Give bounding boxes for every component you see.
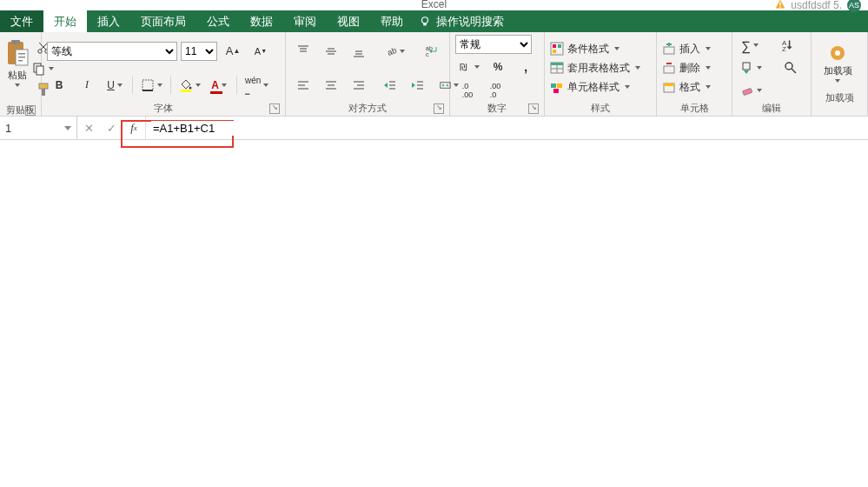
group-editing-label: 编辑 <box>762 103 781 113</box>
group-styles: 条件格式 套用表格格式 单元格样式 样式 <box>545 32 657 116</box>
svg-rect-1 <box>780 2 782 5</box>
delete-cells-button[interactable]: 删除 <box>662 59 726 77</box>
clipboard-launcher[interactable]: ↘ <box>25 105 36 116</box>
svg-rect-59 <box>558 44 561 48</box>
group-number-label: 数字 <box>487 103 507 113</box>
table-format-button[interactable]: 套用表格格式 <box>550 59 651 77</box>
app-title: Excel <box>421 0 447 10</box>
accounting-button[interactable]: ₪ <box>455 57 482 77</box>
tab-home[interactable]: 开始 <box>43 10 87 32</box>
fx-button[interactable]: fx <box>123 121 145 135</box>
align-top-icon <box>296 44 310 58</box>
format-cells-button[interactable]: 格式 <box>662 78 726 96</box>
ribbon-tabs: 文件 开始 插入 页面布局 公式 数据 审阅 视图 帮助 操作说明搜索 <box>0 10 868 32</box>
orientation-button[interactable]: ab <box>383 41 408 62</box>
name-box[interactable]: 1 <box>0 117 77 139</box>
align-center-button[interactable] <box>319 75 343 96</box>
svg-rect-2 <box>780 6 782 8</box>
decrease-indent-button[interactable] <box>378 75 402 96</box>
formula-input[interactable] <box>151 121 415 136</box>
ribbon: 粘贴 剪贴板↘ 等线 11 A▲ A▼ B I U <box>0 32 868 117</box>
cell-styles-button[interactable]: 单元格样式 <box>550 78 651 96</box>
indent-icon <box>411 78 425 92</box>
alignment-launcher[interactable]: ↘ <box>434 103 444 114</box>
user-name: usdfdsdf 5. <box>791 0 842 11</box>
italic-button[interactable]: I <box>75 75 99 96</box>
align-top-button[interactable] <box>291 41 315 62</box>
number-format-select[interactable]: 常规 <box>455 35 532 54</box>
outdent-icon <box>383 78 397 92</box>
svg-point-3 <box>422 17 428 23</box>
decrease-decimal-button[interactable]: .00.0 <box>483 80 507 101</box>
svg-marker-77 <box>786 40 792 49</box>
find-button[interactable] <box>779 57 803 78</box>
align-right-button[interactable] <box>347 75 371 96</box>
formula-bar: 1 ✕ ✓ fx <box>0 117 868 140</box>
group-editing: ∑ AZ 编辑 <box>732 32 812 116</box>
group-alignment-label: 对齐方式 <box>348 103 387 113</box>
sort-icon: AZ <box>781 38 795 52</box>
align-right-icon <box>352 78 366 92</box>
tab-review[interactable]: 审阅 <box>283 10 327 32</box>
font-name-select[interactable]: 等线 <box>47 42 177 61</box>
enter-formula-button[interactable]: ✓ <box>100 122 123 135</box>
fill-button[interactable] <box>738 57 765 78</box>
cell-styles-icon <box>550 80 564 94</box>
svg-marker-45 <box>384 83 388 88</box>
increase-indent-button[interactable] <box>406 75 430 96</box>
align-bottom-button[interactable] <box>347 41 371 62</box>
tab-formulas[interactable]: 公式 <box>196 10 240 32</box>
warning-icon <box>775 0 785 12</box>
cancel-formula-button[interactable]: ✕ <box>77 122 100 135</box>
tab-insert[interactable]: 插入 <box>87 10 130 32</box>
group-font-label: 字体 <box>154 103 173 113</box>
addins-button[interactable]: 加载项 <box>817 34 858 91</box>
align-left-button[interactable] <box>291 75 315 96</box>
avatar[interactable]: AS <box>847 0 861 12</box>
insert-cells-button[interactable]: 插入 <box>662 40 726 57</box>
cond-format-icon <box>550 42 564 56</box>
paste-button[interactable]: 粘贴 <box>5 34 30 91</box>
svg-point-84 <box>835 50 840 56</box>
tab-file[interactable]: 文件 <box>0 10 43 32</box>
svg-rect-10 <box>18 60 23 62</box>
svg-line-81 <box>792 69 796 73</box>
svg-rect-70 <box>666 43 672 45</box>
align-middle-button[interactable] <box>319 41 343 62</box>
lightbulb-icon <box>419 16 431 28</box>
font-color-button[interactable]: A <box>207 75 231 96</box>
autosum-button[interactable]: ∑ <box>738 35 762 56</box>
phonetic-button[interactable]: wén▁ <box>242 75 271 96</box>
border-button[interactable] <box>138 75 165 96</box>
font-launcher[interactable]: ↘ <box>269 103 280 114</box>
tab-page-layout[interactable]: 页面布局 <box>130 10 196 32</box>
clear-button[interactable] <box>738 80 765 101</box>
svg-rect-19 <box>142 80 153 90</box>
increase-decimal-button[interactable]: .0.00 <box>455 80 480 101</box>
percent-button[interactable]: % <box>486 57 510 77</box>
tab-data[interactable]: 数据 <box>240 10 283 32</box>
increase-font-button[interactable]: A▲ <box>221 41 245 62</box>
sort-filter-button[interactable]: AZ <box>776 35 800 56</box>
title-bar: Excel usdfdsdf 5. AS <box>0 0 868 10</box>
decrease-font-button[interactable]: A▼ <box>248 41 273 62</box>
font-size-select[interactable]: 11 <box>181 42 217 61</box>
underline-button[interactable]: U <box>103 75 127 96</box>
wrap-text-button[interactable]: abc <box>420 41 444 62</box>
tab-view[interactable]: 视图 <box>327 10 370 32</box>
number-launcher[interactable]: ↘ <box>528 103 539 114</box>
tab-help[interactable]: 帮助 <box>370 10 414 32</box>
conditional-format-button[interactable]: 条件格式 <box>550 40 651 57</box>
tell-me[interactable]: 操作说明搜索 <box>419 10 504 32</box>
align-left-icon <box>296 78 310 92</box>
format-cell-icon <box>662 80 676 94</box>
svg-rect-67 <box>553 89 559 93</box>
fill-color-button[interactable] <box>176 75 203 96</box>
group-styles-label: 样式 <box>591 103 610 113</box>
bold-button[interactable]: B <box>47 75 71 96</box>
title-right: usdfdsdf 5. AS <box>775 0 861 12</box>
group-number: 常规 ₪ % , .0.00 .00.0 数字↘ <box>450 32 545 116</box>
svg-rect-6 <box>11 40 20 44</box>
group-addins-label: 加载项 <box>825 92 854 103</box>
comma-button[interactable]: , <box>514 57 538 77</box>
